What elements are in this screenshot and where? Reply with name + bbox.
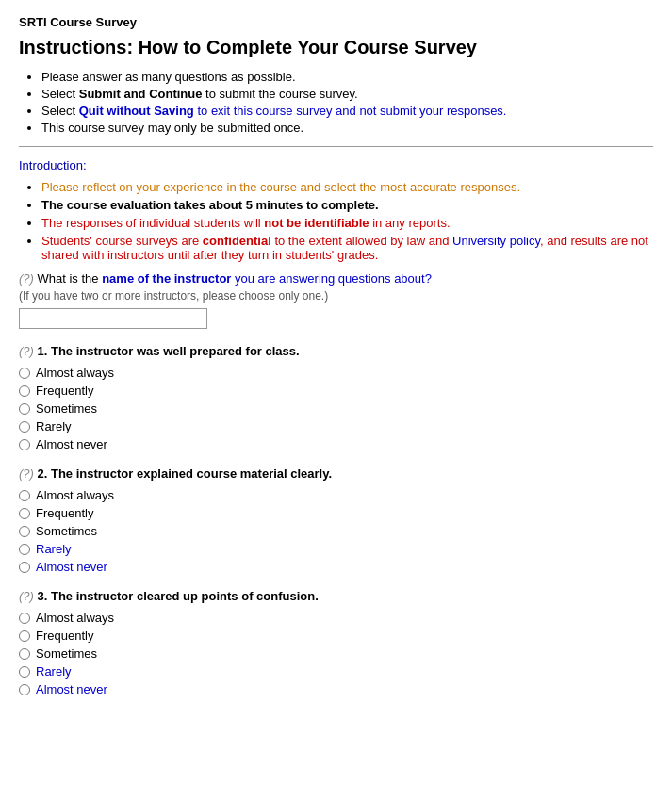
radio-option-q2-frequently[interactable]: Frequently <box>19 506 653 520</box>
question-title-q1: (?) 1. The instructor was well prepared … <box>19 344 653 358</box>
radio-label-q3-frequently: Frequently <box>36 629 93 643</box>
intro-item-1: Please reflect on your experience in the… <box>41 180 653 194</box>
radio-label-q2-sometimes: Sometimes <box>36 524 97 538</box>
radio-option-q1-rarely[interactable]: Rarely <box>19 419 653 433</box>
radio-option-q1-frequently[interactable]: Frequently <box>19 384 653 398</box>
question-block-q3: (?) 3. The instructor cleared up points … <box>19 589 653 696</box>
radio-label-q3-rarely: Rarely <box>36 664 72 679</box>
radio-input-q3-rarely[interactable] <box>19 666 30 678</box>
radio-label-q2-almost_never: Almost never <box>36 560 107 574</box>
instructor-question-label: (?) What is the name of the instructor y… <box>19 271 653 286</box>
radio-label-q1-sometimes: Sometimes <box>36 401 97 416</box>
radio-option-q2-almost_always[interactable]: Almost always <box>19 488 653 502</box>
radio-label-q3-almost_never: Almost never <box>36 682 107 696</box>
instruction-item-2: Select Submit and Continue to submit the… <box>41 87 653 101</box>
radio-input-q3-almost_always[interactable] <box>19 613 30 624</box>
introduction-list: Please reflect on your experience in the… <box>41 180 653 262</box>
radio-input-q2-almost_never[interactable] <box>19 562 30 573</box>
radio-option-q1-sometimes[interactable]: Sometimes <box>19 401 653 416</box>
radio-label-q3-sometimes: Sometimes <box>36 646 97 661</box>
radio-option-q2-almost_never[interactable]: Almost never <box>19 560 653 574</box>
intro-item-3: The responses of individual students wil… <box>41 216 653 230</box>
radio-input-q2-almost_always[interactable] <box>19 490 30 501</box>
radio-option-q2-rarely[interactable]: Rarely <box>19 542 653 556</box>
radio-input-q1-rarely[interactable] <box>19 421 30 433</box>
introduction-label: Introduction: <box>19 158 653 172</box>
intro-item-2: The course evaluation takes about 5 minu… <box>41 198 653 212</box>
radio-input-q1-frequently[interactable] <box>19 385 30 397</box>
instruction-item-3: Select Quit without Saving to exit this … <box>41 104 653 118</box>
radio-option-q3-frequently[interactable]: Frequently <box>19 629 653 643</box>
radio-label-q1-frequently: Frequently <box>36 384 93 398</box>
question-title-q3: (?) 3. The instructor cleared up points … <box>19 589 653 603</box>
radio-label-q1-rarely: Rarely <box>36 419 72 433</box>
radio-label-q2-almost_always: Almost always <box>36 488 114 502</box>
intro-item-4: Students' course surveys are confidentia… <box>41 234 653 262</box>
radio-option-q3-sometimes[interactable]: Sometimes <box>19 646 653 661</box>
radio-option-q2-sometimes[interactable]: Sometimes <box>19 524 653 538</box>
radio-input-q2-frequently[interactable] <box>19 508 30 519</box>
question-mark: (?) <box>19 589 34 603</box>
radio-option-q3-rarely[interactable]: Rarely <box>19 664 653 679</box>
instructor-question-text: What is the name of the instructor you a… <box>38 271 432 286</box>
radio-option-q1-almost_always[interactable]: Almost always <box>19 366 653 380</box>
divider <box>19 146 653 147</box>
header-title: SRTI Course Survey <box>19 15 653 29</box>
instruction-item-1: Please answer as many questions as possi… <box>41 70 653 84</box>
radio-option-q3-almost_never[interactable]: Almost never <box>19 682 653 696</box>
radio-label-q1-almost_always: Almost always <box>36 366 114 380</box>
question-block-q1: (?) 1. The instructor was well prepared … <box>19 344 653 451</box>
radio-option-q3-almost_always[interactable]: Almost always <box>19 611 653 625</box>
instructor-question-block: (?) What is the name of the instructor y… <box>19 271 653 329</box>
radio-label-q3-almost_always: Almost always <box>36 611 114 625</box>
radio-option-q1-almost_never[interactable]: Almost never <box>19 437 653 451</box>
radio-input-q3-frequently[interactable] <box>19 630 30 642</box>
question-mark: (?) <box>19 344 34 358</box>
radio-label-q1-almost_never: Almost never <box>36 437 107 451</box>
radio-label-q2-rarely: Rarely <box>36 542 72 556</box>
instruction-item-4: This course survey may only be submitted… <box>41 121 653 135</box>
question-block-q2: (?) 2. The instructor explained course m… <box>19 466 653 574</box>
question-mark: (?) <box>19 271 34 286</box>
question-mark: (?) <box>19 466 34 481</box>
main-title: Instructions: How to Complete Your Cours… <box>19 37 653 58</box>
radio-input-q2-rarely[interactable] <box>19 544 30 555</box>
radio-label-q2-frequently: Frequently <box>36 506 93 520</box>
radio-input-q2-sometimes[interactable] <box>19 526 30 537</box>
radio-input-q1-sometimes[interactable] <box>19 403 30 415</box>
radio-input-q3-almost_never[interactable] <box>19 684 30 695</box>
question-title-q2: (?) 2. The instructor explained course m… <box>19 466 653 481</box>
instructions-list: Please answer as many questions as possi… <box>41 70 653 135</box>
questions-container: (?) 1. The instructor was well prepared … <box>19 344 653 696</box>
radio-input-q1-almost_never[interactable] <box>19 439 30 450</box>
radio-input-q3-sometimes[interactable] <box>19 648 30 660</box>
page-header: SRTI Course Survey <box>19 15 653 29</box>
radio-input-q1-almost_always[interactable] <box>19 368 30 379</box>
instructor-sub-text: (If you have two or more instructors, pl… <box>19 289 653 303</box>
instructor-input[interactable] <box>19 308 207 329</box>
